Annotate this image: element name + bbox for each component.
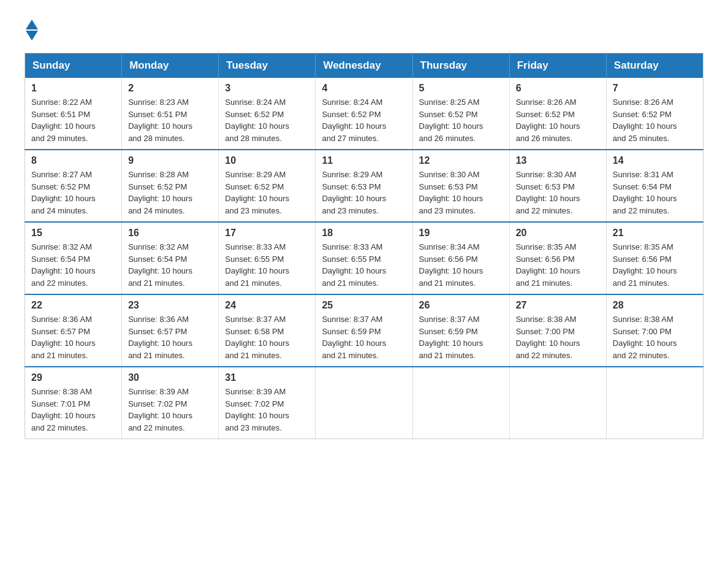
calendar-day-cell (606, 367, 703, 439)
calendar-day-cell: 2 Sunrise: 8:23 AM Sunset: 6:51 PM Dayli… (122, 78, 219, 150)
day-info: Sunrise: 8:23 AM Sunset: 6:51 PM Dayligh… (128, 98, 192, 143)
day-number: 5 (419, 83, 503, 94)
calendar-day-cell (412, 367, 509, 439)
calendar-day-cell: 20 Sunrise: 8:35 AM Sunset: 6:56 PM Dayl… (509, 222, 606, 294)
day-number: 11 (322, 155, 406, 166)
calendar-day-cell: 22 Sunrise: 8:36 AM Sunset: 6:57 PM Dayl… (25, 294, 122, 367)
calendar-week-row: 29 Sunrise: 8:38 AM Sunset: 7:01 PM Dayl… (25, 367, 703, 439)
calendar-day-cell: 21 Sunrise: 8:35 AM Sunset: 6:56 PM Dayl… (606, 222, 703, 294)
calendar-day-cell: 6 Sunrise: 8:26 AM Sunset: 6:52 PM Dayli… (509, 78, 606, 150)
calendar-week-row: 15 Sunrise: 8:32 AM Sunset: 6:54 PM Dayl… (25, 222, 703, 294)
day-info: Sunrise: 8:35 AM Sunset: 6:56 PM Dayligh… (613, 242, 677, 288)
day-number: 3 (225, 83, 309, 94)
day-info: Sunrise: 8:38 AM Sunset: 7:00 PM Dayligh… (613, 315, 677, 360)
day-number: 6 (516, 83, 600, 94)
day-info: Sunrise: 8:33 AM Sunset: 6:55 PM Dayligh… (322, 242, 386, 288)
day-number: 17 (225, 228, 309, 239)
weekday-header-cell: Wednesday (316, 53, 412, 79)
calendar-day-cell: 12 Sunrise: 8:30 AM Sunset: 6:53 PM Dayl… (412, 150, 509, 222)
weekday-header-cell: Monday (122, 53, 219, 79)
calendar-day-cell: 11 Sunrise: 8:29 AM Sunset: 6:53 PM Dayl… (316, 150, 412, 222)
day-number: 9 (128, 155, 212, 166)
day-number: 1 (31, 83, 115, 94)
day-number: 15 (31, 228, 115, 239)
logo-triangle-bottom (26, 31, 38, 40)
day-info: Sunrise: 8:36 AM Sunset: 6:57 PM Dayligh… (31, 315, 96, 360)
day-info: Sunrise: 8:32 AM Sunset: 6:54 PM Dayligh… (128, 242, 192, 288)
calendar-day-cell: 7 Sunrise: 8:26 AM Sunset: 6:52 PM Dayli… (606, 78, 703, 150)
day-info: Sunrise: 8:24 AM Sunset: 6:52 PM Dayligh… (225, 98, 289, 143)
calendar-table: SundayMondayTuesdayWednesdayThursdayFrid… (25, 53, 703, 439)
weekday-header-cell: Saturday (606, 53, 703, 79)
day-info: Sunrise: 8:31 AM Sunset: 6:54 PM Dayligh… (613, 170, 677, 215)
weekday-header-cell: Tuesday (219, 53, 316, 79)
day-number: 27 (516, 300, 600, 311)
weekday-header-row: SundayMondayTuesdayWednesdayThursdayFrid… (25, 53, 703, 79)
day-info: Sunrise: 8:36 AM Sunset: 6:57 PM Dayligh… (128, 315, 192, 360)
day-info: Sunrise: 8:26 AM Sunset: 6:52 PM Dayligh… (613, 98, 677, 143)
day-info: Sunrise: 8:24 AM Sunset: 6:52 PM Dayligh… (322, 98, 386, 143)
day-number: 26 (419, 300, 503, 311)
calendar-day-cell: 15 Sunrise: 8:32 AM Sunset: 6:54 PM Dayl… (25, 222, 122, 294)
calendar-day-cell (316, 367, 412, 439)
day-info: Sunrise: 8:29 AM Sunset: 6:52 PM Dayligh… (225, 170, 289, 215)
calendar-day-cell (509, 367, 606, 439)
calendar-day-cell: 5 Sunrise: 8:25 AM Sunset: 6:52 PM Dayli… (412, 78, 509, 150)
calendar-day-cell: 30 Sunrise: 8:39 AM Sunset: 7:02 PM Dayl… (122, 367, 219, 439)
day-number: 28 (613, 300, 697, 311)
day-number: 10 (225, 155, 309, 166)
day-info: Sunrise: 8:22 AM Sunset: 6:51 PM Dayligh… (31, 98, 96, 143)
calendar-day-cell: 8 Sunrise: 8:27 AM Sunset: 6:52 PM Dayli… (25, 150, 122, 222)
weekday-header-cell: Thursday (412, 53, 509, 79)
day-number: 31 (225, 372, 309, 383)
day-number: 14 (613, 155, 697, 166)
day-info: Sunrise: 8:38 AM Sunset: 7:01 PM Dayligh… (31, 387, 96, 432)
calendar-day-cell: 13 Sunrise: 8:30 AM Sunset: 6:53 PM Dayl… (509, 150, 606, 222)
calendar-day-cell: 19 Sunrise: 8:34 AM Sunset: 6:56 PM Dayl… (412, 222, 509, 294)
day-info: Sunrise: 8:28 AM Sunset: 6:52 PM Dayligh… (128, 170, 192, 215)
day-number: 29 (31, 372, 115, 383)
day-info: Sunrise: 8:38 AM Sunset: 7:00 PM Dayligh… (516, 315, 580, 360)
calendar-day-cell: 10 Sunrise: 8:29 AM Sunset: 6:52 PM Dayl… (219, 150, 316, 222)
calendar-week-row: 22 Sunrise: 8:36 AM Sunset: 6:57 PM Dayl… (25, 294, 703, 367)
calendar-day-cell: 9 Sunrise: 8:28 AM Sunset: 6:52 PM Dayli… (122, 150, 219, 222)
logo (25, 18, 38, 40)
calendar-body: 1 Sunrise: 8:22 AM Sunset: 6:51 PM Dayli… (25, 78, 703, 439)
day-number: 12 (419, 155, 503, 166)
calendar-day-cell: 31 Sunrise: 8:39 AM Sunset: 7:02 PM Dayl… (219, 367, 316, 439)
day-info: Sunrise: 8:26 AM Sunset: 6:52 PM Dayligh… (516, 98, 580, 143)
day-number: 8 (31, 155, 115, 166)
calendar-day-cell: 17 Sunrise: 8:33 AM Sunset: 6:55 PM Dayl… (219, 222, 316, 294)
calendar-week-row: 8 Sunrise: 8:27 AM Sunset: 6:52 PM Dayli… (25, 150, 703, 222)
calendar-day-cell: 27 Sunrise: 8:38 AM Sunset: 7:00 PM Dayl… (509, 294, 606, 367)
calendar-day-cell: 23 Sunrise: 8:36 AM Sunset: 6:57 PM Dayl… (122, 294, 219, 367)
day-info: Sunrise: 8:33 AM Sunset: 6:55 PM Dayligh… (225, 242, 289, 288)
day-number: 25 (322, 300, 406, 311)
calendar-day-cell: 24 Sunrise: 8:37 AM Sunset: 6:58 PM Dayl… (219, 294, 316, 367)
calendar-day-cell: 29 Sunrise: 8:38 AM Sunset: 7:01 PM Dayl… (25, 367, 122, 439)
day-info: Sunrise: 8:39 AM Sunset: 7:02 PM Dayligh… (225, 387, 289, 432)
day-number: 2 (128, 83, 212, 94)
calendar-day-cell: 16 Sunrise: 8:32 AM Sunset: 6:54 PM Dayl… (122, 222, 219, 294)
calendar-day-cell: 28 Sunrise: 8:38 AM Sunset: 7:00 PM Dayl… (606, 294, 703, 367)
weekday-header-cell: Friday (509, 53, 606, 79)
day-number: 22 (31, 300, 115, 311)
day-info: Sunrise: 8:29 AM Sunset: 6:53 PM Dayligh… (322, 170, 386, 215)
header (25, 18, 703, 40)
calendar-day-cell: 1 Sunrise: 8:22 AM Sunset: 6:51 PM Dayli… (25, 78, 122, 150)
calendar-day-cell: 25 Sunrise: 8:37 AM Sunset: 6:59 PM Dayl… (316, 294, 412, 367)
day-info: Sunrise: 8:27 AM Sunset: 6:52 PM Dayligh… (31, 170, 96, 215)
day-number: 16 (128, 228, 212, 239)
day-number: 19 (419, 228, 503, 239)
day-info: Sunrise: 8:34 AM Sunset: 6:56 PM Dayligh… (419, 242, 483, 288)
day-number: 7 (613, 83, 697, 94)
day-info: Sunrise: 8:37 AM Sunset: 6:59 PM Dayligh… (322, 315, 386, 360)
day-number: 20 (516, 228, 600, 239)
day-info: Sunrise: 8:32 AM Sunset: 6:54 PM Dayligh… (31, 242, 96, 288)
day-info: Sunrise: 8:35 AM Sunset: 6:56 PM Dayligh… (516, 242, 580, 288)
calendar-week-row: 1 Sunrise: 8:22 AM Sunset: 6:51 PM Dayli… (25, 78, 703, 150)
day-number: 23 (128, 300, 212, 311)
weekday-header-cell: Sunday (25, 53, 122, 79)
day-number: 30 (128, 372, 212, 383)
day-number: 21 (613, 228, 697, 239)
